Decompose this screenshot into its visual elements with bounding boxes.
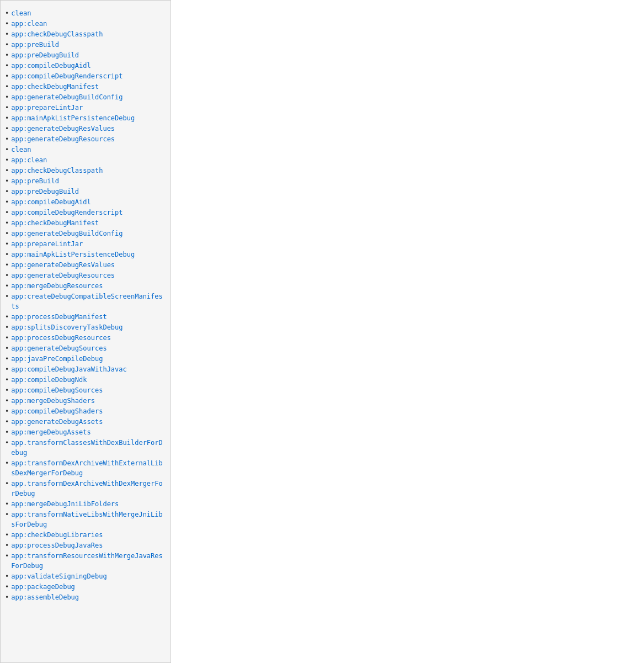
sidebar-item: app:transformResourcesWithMergeJavaResFo…: [5, 551, 166, 571]
sidebar-item: app:mergeDebugShaders: [5, 396, 166, 406]
sidebar-link[interactable]: app:checkDebugClasspath: [11, 166, 103, 176]
sidebar-item: app:processDebugManifest: [5, 312, 166, 322]
sidebar-item: clean: [5, 145, 166, 155]
sidebar-item: app:compileDebugRenderscript: [5, 71, 166, 81]
sidebar-link[interactable]: app:compileDebugRenderscript: [11, 71, 123, 81]
sidebar-item: app:prepareLintJar: [5, 239, 166, 249]
sidebar-item: app:generateDebugSources: [5, 343, 166, 353]
sidebar-link[interactable]: app:transformDexArchiveWithExternalLibsD…: [11, 458, 166, 478]
sidebar-link[interactable]: app:javaPreCompileDebug: [11, 354, 103, 364]
sidebar-link[interactable]: app:preBuild: [11, 176, 59, 186]
sidebar-item: app:generateDebugResources: [5, 134, 166, 144]
sidebar-link[interactable]: app:transformNativeLibsWithMergeJniLibsF…: [11, 510, 166, 529]
sidebar-link[interactable]: app:compileDebugAidl: [11, 197, 91, 207]
sidebar-link[interactable]: app:compileDebugShaders: [11, 406, 103, 416]
sidebar-link[interactable]: app:mergeDebugAssets: [11, 427, 91, 437]
sidebar-link[interactable]: app:generateDebugResValues: [11, 260, 115, 270]
sidebar-link[interactable]: app:createDebugCompatibleScreenManifests: [11, 291, 166, 311]
sidebar-item: app.transformClassesWithDexBuilderForDeb…: [5, 438, 166, 458]
sidebar-link[interactable]: app:generateDebugResValues: [11, 124, 115, 134]
sidebar-link[interactable]: app:generateDebugBuildConfig: [11, 229, 123, 238]
sidebar-link[interactable]: app:prepareLintJar: [11, 239, 83, 249]
sidebar-link[interactable]: app:preBuild: [11, 40, 59, 50]
sidebar-item: app:generateDebugResources: [5, 270, 166, 280]
sidebar-link[interactable]: app:mainApkListPersistenceDebug: [11, 250, 135, 259]
sidebar-link[interactable]: app:compileDebugJavaWithJavac: [11, 364, 127, 374]
sidebar-item: app:mainApkListPersistenceDebug: [5, 113, 166, 123]
sidebar-link[interactable]: app:validateSigningDebug: [11, 571, 107, 581]
sidebar-item: app:generateDebugBuildConfig: [5, 229, 166, 238]
sidebar-link[interactable]: app:preDebugBuild: [11, 187, 79, 197]
sidebar-link[interactable]: app:compileDebugNdk: [11, 375, 87, 385]
sidebar-item: app:checkDebugClasspath: [5, 29, 166, 39]
sidebar-item: app:checkDebugLibraries: [5, 530, 166, 540]
sidebar-link[interactable]: app:generateDebugSources: [11, 343, 107, 353]
sidebar-item: app:generateDebugBuildConfig: [5, 92, 166, 102]
sidebar-task-list: cleanapp:cleanapp:checkDebugClasspathapp…: [5, 8, 166, 602]
sidebar-link[interactable]: app:mainApkListPersistenceDebug: [11, 113, 135, 123]
sidebar-item: app:preDebugBuild: [5, 187, 166, 197]
sidebar-link[interactable]: app.transformDexArchiveWithDexMergerForD…: [11, 479, 166, 498]
sidebar-link[interactable]: app.transformClassesWithDexBuilderForDeb…: [11, 438, 166, 458]
sidebar-link[interactable]: app:prepareLintJar: [11, 103, 83, 113]
sidebar-link[interactable]: app:assembleDebug: [11, 592, 79, 602]
sidebar-link[interactable]: clean: [11, 145, 31, 155]
sidebar-item: app:compileDebugAidl: [5, 61, 166, 71]
sidebar-item: app:transformDexArchiveWithExternalLibsD…: [5, 458, 166, 478]
sidebar-item: app:assembleDebug: [5, 592, 166, 602]
sidebar-item: app:mergeDebugResources: [5, 281, 166, 291]
sidebar-item: app:createDebugCompatibleScreenManifests: [5, 291, 166, 311]
sidebar-link[interactable]: app:checkDebugManifest: [11, 218, 99, 228]
sidebar-link[interactable]: app:processDebugResources: [11, 333, 111, 343]
main-log: [171, 0, 644, 663]
sidebar-item: app:compileDebugAidl: [5, 197, 166, 207]
sidebar-item: app:generateDebugResValues: [5, 124, 166, 134]
sidebar-link[interactable]: app:processDebugJavaRes: [11, 540, 103, 550]
sidebar-item: app:compileDebugRenderscript: [5, 208, 166, 218]
sidebar-item: app:checkDebugManifest: [5, 218, 166, 228]
sidebar-item: clean: [5, 8, 166, 18]
sidebar-link[interactable]: app:mergeDebugJniLibFolders: [11, 499, 119, 509]
sidebar-link[interactable]: app:compileDebugRenderscript: [11, 208, 123, 218]
sidebar-item: app:preDebugBuild: [5, 50, 166, 60]
sidebar-link[interactable]: app:checkDebugClasspath: [11, 29, 103, 39]
sidebar-item: app:javaPreCompileDebug: [5, 354, 166, 364]
sidebar-link[interactable]: app:generateDebugBuildConfig: [11, 92, 123, 102]
sidebar-item: app:checkDebugManifest: [5, 82, 166, 92]
sidebar-item: app:processDebugResources: [5, 333, 166, 343]
sidebar-link[interactable]: app:packageDebug: [11, 582, 75, 592]
sidebar-link[interactable]: app:mergeDebugShaders: [11, 396, 95, 406]
sidebar-link[interactable]: app:generateDebugResources: [11, 270, 115, 280]
sidebar-item: app:splitsDiscoveryTaskDebug: [5, 322, 166, 332]
sidebar-item: app:processDebugJavaRes: [5, 540, 166, 550]
sidebar-link[interactable]: app:compileDebugSources: [11, 385, 103, 395]
sidebar-item: app:clean: [5, 155, 166, 165]
sidebar-item: app:generateDebugAssets: [5, 417, 166, 427]
sidebar-link[interactable]: app:transformResourcesWithMergeJavaResFo…: [11, 551, 166, 571]
sidebar-item: app:mainApkListPersistenceDebug: [5, 250, 166, 259]
sidebar: cleanapp:cleanapp:checkDebugClasspathapp…: [0, 0, 171, 663]
sidebar-item: app.transformDexArchiveWithDexMergerForD…: [5, 479, 166, 498]
sidebar-link[interactable]: app:checkDebugLibraries: [11, 530, 103, 540]
sidebar-link[interactable]: app:clean: [11, 155, 47, 165]
sidebar-item: app:packageDebug: [5, 582, 166, 592]
sidebar-item: app:compileDebugJavaWithJavac: [5, 364, 166, 374]
sidebar-link[interactable]: app:checkDebugManifest: [11, 82, 99, 92]
sidebar-item: app:generateDebugResValues: [5, 260, 166, 270]
sidebar-item: app:preBuild: [5, 176, 166, 186]
sidebar-link[interactable]: clean: [11, 8, 31, 18]
sidebar-item: app:compileDebugNdk: [5, 375, 166, 385]
sidebar-item: app:mergeDebugJniLibFolders: [5, 499, 166, 509]
sidebar-link[interactable]: app:compileDebugAidl: [11, 61, 91, 71]
sidebar-link[interactable]: app:processDebugManifest: [11, 312, 107, 322]
sidebar-item: app:clean: [5, 19, 166, 29]
sidebar-link[interactable]: app:preDebugBuild: [11, 50, 79, 60]
sidebar-link[interactable]: app:generateDebugAssets: [11, 417, 103, 427]
sidebar-link[interactable]: app:mergeDebugResources: [11, 281, 103, 291]
sidebar-item: app:compileDebugShaders: [5, 406, 166, 416]
sidebar-link[interactable]: app:splitsDiscoveryTaskDebug: [11, 322, 123, 332]
sidebar-link[interactable]: app:generateDebugResources: [11, 134, 115, 144]
sidebar-item: app:prepareLintJar: [5, 103, 166, 113]
sidebar-link[interactable]: app:clean: [11, 19, 47, 29]
sidebar-item: app:transformNativeLibsWithMergeJniLibsF…: [5, 510, 166, 529]
